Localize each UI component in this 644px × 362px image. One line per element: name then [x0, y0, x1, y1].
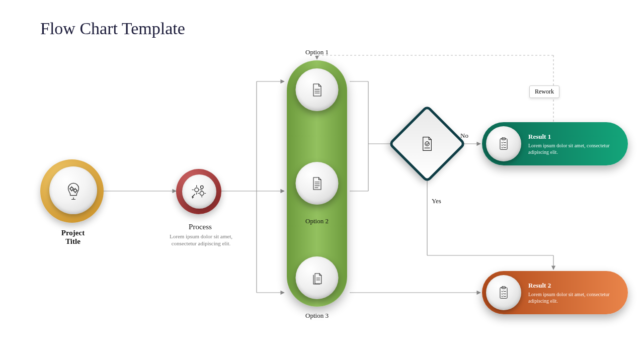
- document-lines-icon: [308, 174, 326, 193]
- option3-node: [296, 256, 339, 299]
- option1-node: [296, 68, 339, 111]
- project-node: [40, 159, 104, 223]
- option3-label: Option 3: [297, 312, 337, 320]
- svg-point-19: [73, 189, 76, 192]
- svg-point-32: [425, 142, 429, 146]
- svg-rect-34: [500, 139, 507, 149]
- result2-desc: Lorem ipsum dolor sit amet, consectetur …: [528, 291, 619, 304]
- rework-tag: Rework: [529, 85, 559, 98]
- project-label: Project Title: [45, 229, 101, 246]
- decision-yes-label: Yes: [432, 197, 441, 205]
- clipboard-checklist-icon: [495, 284, 512, 301]
- result1-title: Result 1: [528, 133, 619, 141]
- svg-point-20: [195, 188, 199, 192]
- svg-point-22: [200, 186, 203, 189]
- result2-node: Result 2 Lorem ipsum dolor sit amet, con…: [482, 271, 628, 314]
- process-desc: Lorem ipsum dolor sit amet, consectetur …: [157, 233, 245, 247]
- options-column: [287, 60, 347, 307]
- result1-node: Result 1 Lorem ipsum dolor sit amet, con…: [482, 122, 628, 165]
- svg-point-18: [70, 187, 73, 190]
- svg-rect-39: [500, 288, 507, 298]
- flowchart-canvas: Flow Chart Template: [0, 0, 644, 362]
- svg-point-21: [200, 192, 204, 196]
- clipboard-checklist-icon: [495, 135, 512, 152]
- option2-label: Option 2: [297, 217, 337, 225]
- option1-label: Option 1: [297, 48, 337, 56]
- result2-title: Result 2: [528, 282, 619, 290]
- document-lines-icon: [308, 81, 326, 99]
- process-label: Process: [180, 223, 220, 231]
- gears-icon: [189, 181, 210, 202]
- option2-node: [296, 162, 339, 205]
- idea-gears-icon: [63, 180, 84, 201]
- result1-desc: Lorem ipsum dolor sit amet, consectetur …: [528, 142, 619, 155]
- verify-document-icon: [417, 134, 437, 154]
- process-node: [176, 169, 221, 214]
- decision-no-label: No: [460, 132, 468, 140]
- document-stack-icon: [308, 269, 326, 287]
